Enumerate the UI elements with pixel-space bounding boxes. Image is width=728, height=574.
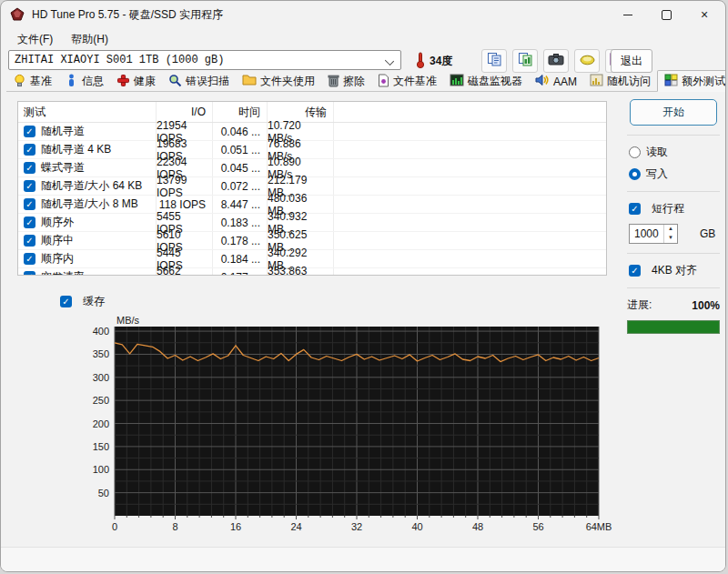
tab-label: 磁盘监视器 [468,74,522,89]
read-radio-label: 读取 [646,145,668,160]
info-icon [65,74,78,90]
caption-buttons: × [609,1,723,28]
tab-label: 健康 [134,74,156,89]
menu-file[interactable]: 文件(F) [8,28,62,48]
progress-label: 进展: [627,297,652,313]
tab-file-benchmark[interactable]: 文件基准 [371,72,443,91]
start-button[interactable]: 开始 [630,99,717,126]
time-value: 0.178 ... [213,232,268,249]
tab-extra-test[interactable]: 额外测试 [657,70,726,92]
short-stroke-checkbox[interactable]: ✓ [629,203,641,215]
time-value: 0.183 ... [213,214,268,231]
tab-label: 错误扫描 [186,74,229,89]
time-value: 0.177 ... [213,268,268,276]
test-name: 蝶式寻道 [41,160,85,176]
time-value: 0.051 ... [213,141,268,158]
row-checkbox[interactable]: ✓ [24,162,35,174]
squares-icon [664,74,678,89]
menu-help[interactable]: 帮助(H) [62,28,117,48]
separator [627,287,720,288]
align-label: 4KB 对齐 [652,263,697,278]
tab-error-scan[interactable]: 错误扫描 [162,72,236,91]
tab-label: 额外测试 [682,74,725,89]
test-name: 顺序外 [41,215,74,230]
title-bar: HD Tune Pro 5.75 - 硬盘/SSD 实用程序 × [1,1,725,28]
tab-info[interactable]: 信息 [58,72,110,91]
size-spinner[interactable]: 1000 ▲ ▼ [629,224,678,244]
copy-text-icon [487,52,502,70]
maximize-icon [662,10,672,20]
tab-erase[interactable]: 擦除 [321,72,371,91]
camera-icon [548,53,564,69]
row-checkbox[interactable]: ✓ [24,126,35,137]
table-row: ✓突发速率5662 IOPS0.177 ...353.863 MB... [18,268,606,276]
speaker-icon [535,74,550,89]
row-checkbox[interactable]: ✓ [24,253,35,265]
time-value: 8.447 ... [213,196,268,213]
spin-up-icon[interactable]: ▲ [664,225,677,234]
transfer-value: 353.863 MB... [268,268,334,276]
read-radio[interactable] [629,146,641,158]
read-radio-row[interactable]: 读取 [629,145,722,160]
tab-label: AAM [553,76,577,88]
tab-label: 擦除 [343,74,365,89]
minimize-icon [623,15,632,15]
align-checkbox[interactable]: ✓ [629,265,641,277]
minimize-button[interactable] [609,1,647,28]
write-radio-row[interactable]: 写入 [629,166,722,182]
write-radio[interactable] [629,168,641,180]
y-tick-label: 400 [93,326,109,337]
monitor-chart-icon [450,74,464,89]
short-stroke-row[interactable]: ✓ 短行程 [629,201,722,217]
tab-benchmark[interactable]: 基准 [6,72,58,91]
tab-health[interactable]: 健康 [110,72,162,91]
spin-down-icon[interactable]: ▼ [664,234,677,243]
time-value: 0.184 ... [213,250,268,267]
row-checkbox[interactable]: ✓ [24,144,35,156]
align-row[interactable]: ✓ 4KB 对齐 [629,263,722,278]
drive-select[interactable]: ZHITAI XIAOYI S001 1TB (1000 gB) [8,50,401,70]
test-name: 顺序内 [41,251,74,267]
x-tick-label: 16 [230,521,241,532]
size-spinner-row: 1000 ▲ ▼ GB [629,224,722,244]
close-icon: × [701,8,708,21]
row-checkbox[interactable]: ✓ [24,198,35,210]
tab-label: 基准 [30,74,52,89]
separator [627,135,720,136]
y-tick-label: 250 [93,395,109,406]
y-tick-label: 150 [93,441,109,452]
row-checkbox[interactable]: ✓ [24,235,35,247]
test-name: 随机寻道/大小 8 MB [41,196,138,212]
row-checkbox[interactable]: ✓ [24,271,35,276]
size-unit-label: GB [700,227,715,240]
drive-select-value: ZHITAI XIAOYI S001 1TB (1000 gB) [15,54,224,66]
cache-row[interactable]: ✓ 缓存 [60,294,105,309]
tab-random-access[interactable]: 随机访问 [583,72,657,91]
row-checkbox[interactable]: ✓ [24,180,35,192]
test-name: 突发速率 [41,269,85,276]
close-button[interactable]: × [685,1,723,28]
tab-folder-usage[interactable]: 文件夹使用 [236,72,321,91]
cache-checkbox[interactable]: ✓ [60,296,72,307]
bulb-icon [13,74,26,90]
separator [627,253,720,254]
test-name: 顺序中 [41,233,74,248]
separator [627,191,720,192]
size-value: 1000 [630,227,663,240]
maximize-button[interactable] [647,1,685,28]
io-value: 5662 IOPS [157,268,213,276]
time-value: 0.072 ... [213,177,268,195]
tab-aam[interactable]: AAM [529,72,583,91]
header-time: 时间 [213,102,268,122]
app-window: HD Tune Pro 5.75 - 硬盘/SSD 实用程序 × 文件(F) 帮… [0,0,726,572]
results-table: 测试 I/O 时间 传输 ✓随机寻道21954 IOPS0.046 ...10.… [17,101,607,276]
temperature-value: 34度 [430,54,452,69]
magnifier-icon [168,74,182,90]
folder-icon [242,74,257,89]
progress-value: 100% [692,299,720,312]
row-checkbox[interactable]: ✓ [24,217,35,228]
x-tick-label: 32 [351,521,362,532]
chevron-down-icon [385,56,394,65]
window-title: HD Tune Pro 5.75 - 硬盘/SSD 实用程序 [32,7,223,23]
tab-disk-monitor[interactable]: 磁盘监视器 [443,72,529,91]
